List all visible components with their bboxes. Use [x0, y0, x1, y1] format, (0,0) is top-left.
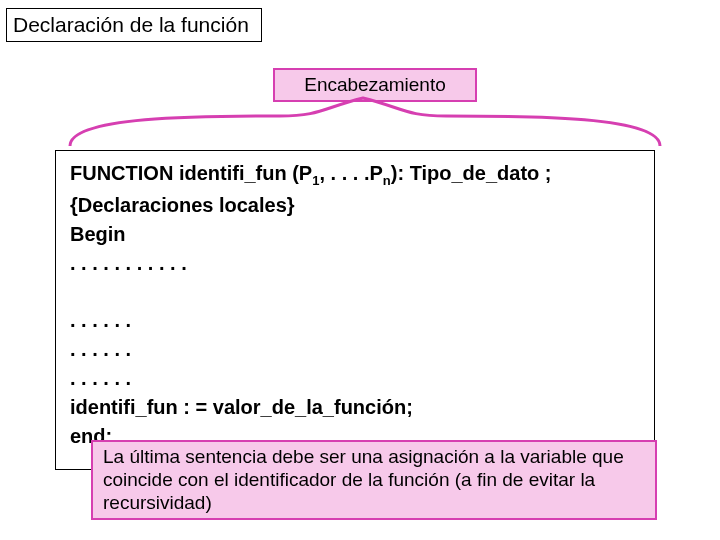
label-assign-note-text: La última sentencia debe ser una asignac…: [103, 446, 624, 513]
code-line-dots-d: . . . . . .: [70, 364, 640, 393]
code-line-blank: [70, 278, 640, 306]
ident-name: identifi_fun: [179, 162, 287, 184]
code-line-dots-b: . . . . . .: [70, 306, 640, 335]
code-block: FUNCTION identifi_fun (P1, . . . .Pn): T…: [55, 150, 655, 470]
page-title: Declaración de la función: [6, 8, 262, 42]
code-line-begin: Begin: [70, 220, 640, 249]
page-title-text: Declaración de la función: [13, 13, 249, 36]
code-line-signature: FUNCTION identifi_fun (P1, . . . .Pn): T…: [70, 159, 640, 191]
sig-close: ): Tipo_de_dato ;: [391, 162, 552, 184]
label-assign-note: La última sentencia debe ser una asignac…: [91, 440, 657, 520]
code-line-dots-a: . . . . . . . . . . .: [70, 249, 640, 278]
code-line-dots-c: . . . . . .: [70, 335, 640, 364]
label-encabezamiento: Encabezamiento: [273, 68, 477, 102]
sig-mid: , . . . .P: [319, 162, 382, 184]
assign-ident: identifi_fun: [70, 396, 178, 418]
kw-function: FUNCTION: [70, 162, 179, 184]
code-line-decl: {Declaraciones locales}: [70, 191, 640, 220]
brace-icon: [70, 98, 660, 146]
sig-open: (P: [287, 162, 313, 184]
label-encabezamiento-text: Encabezamiento: [304, 74, 446, 95]
sig-subn: n: [383, 173, 391, 188]
code-line-assign: identifi_fun : = valor_de_la_función;: [70, 393, 640, 422]
assign-rest: : = valor_de_la_función;: [178, 396, 413, 418]
